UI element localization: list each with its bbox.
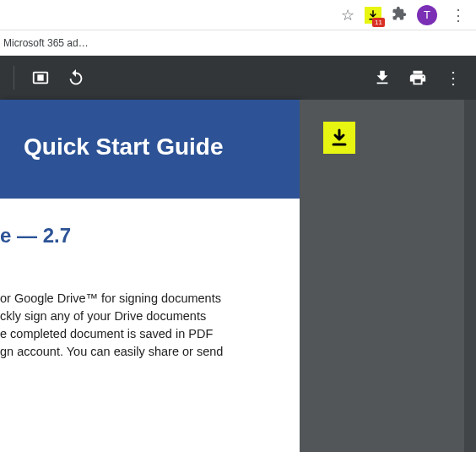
extension-badge-count: 11 xyxy=(372,18,385,27)
profile-avatar[interactable]: T xyxy=(417,5,437,25)
pdf-text-line: gn account. You can easily share or send xyxy=(0,343,291,361)
svg-rect-1 xyxy=(38,75,43,80)
bookmark-item[interactable]: Microsoft 365 ad… xyxy=(3,37,89,49)
toolbar-divider xyxy=(14,66,14,90)
extensions-puzzle-icon[interactable] xyxy=(392,6,407,25)
pdf-section-title: e — 2.7 xyxy=(0,224,291,248)
pdf-viewport: Quick Start Guide e — 2.7 or Google Driv… xyxy=(0,100,476,452)
browser-toolbar: ☆ 11 T ⋮ xyxy=(0,0,476,30)
download-arrow-icon xyxy=(329,128,349,148)
bookmark-star-icon[interactable]: ☆ xyxy=(341,6,354,25)
extension-download-icon[interactable]: 11 xyxy=(365,7,381,24)
avatar-initial: T xyxy=(424,8,430,21)
pdf-text-line: ckly sign any of your Drive documents xyxy=(0,308,291,325)
fit-page-icon[interactable] xyxy=(31,68,50,87)
pdf-page: Quick Start Guide e — 2.7 or Google Driv… xyxy=(0,100,300,452)
pdf-title: Quick Start Guide xyxy=(0,133,283,161)
pdf-text-line: or Google Drive™ for signing documents xyxy=(0,290,291,308)
pdf-body: e — 2.7 or Google Drive™ for signing doc… xyxy=(0,199,300,452)
rotate-icon[interactable] xyxy=(67,68,85,87)
download-extension-widget[interactable] xyxy=(323,122,355,154)
bookmarks-bar: Microsoft 365 ad… xyxy=(0,30,476,56)
pdf-toolbar: ⋮ xyxy=(0,56,476,100)
pdf-sidebar-area xyxy=(300,100,476,452)
pdf-more-icon[interactable]: ⋮ xyxy=(444,68,462,87)
pdf-header-band: Quick Start Guide xyxy=(0,100,300,199)
print-icon[interactable] xyxy=(408,68,427,87)
vertical-scrollbar[interactable] xyxy=(464,100,476,452)
browser-menu-icon[interactable]: ⋮ xyxy=(447,6,469,25)
download-icon[interactable] xyxy=(373,68,392,87)
pdf-text-line: e completed document is saved in PDF xyxy=(0,325,291,343)
